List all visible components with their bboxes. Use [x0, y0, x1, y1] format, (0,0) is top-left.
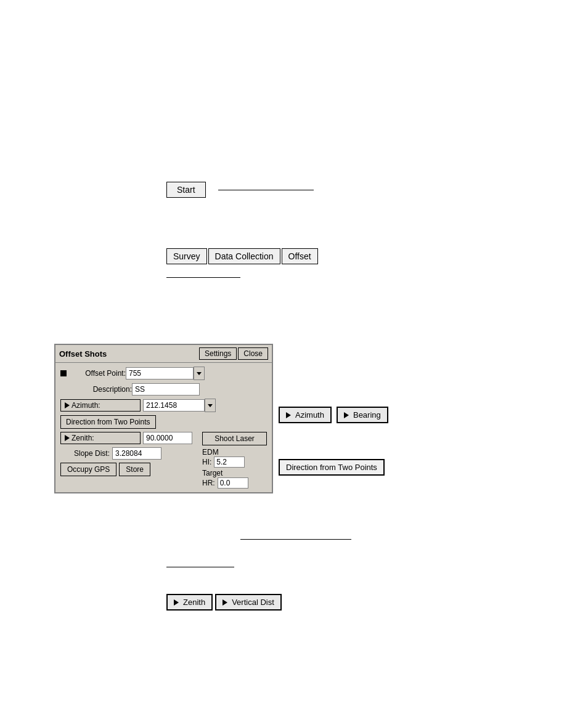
- start-area: Start: [166, 182, 314, 198]
- bearing-button[interactable]: Bearing: [337, 407, 388, 423]
- shoot-laser-button[interactable]: Shoot Laser: [202, 432, 267, 445]
- settings-button[interactable]: Settings: [199, 347, 237, 360]
- direction-from-two-points-row: Direction from Two Points: [60, 415, 267, 429]
- edm-section: EDM HI:: [202, 448, 267, 468]
- occupy-gps-button[interactable]: Occupy GPS: [60, 463, 116, 476]
- edm-label: EDM: [202, 448, 267, 456]
- offset-point-dropdown: [126, 367, 205, 380]
- zenith-bottom-label: Zenith: [183, 598, 205, 607]
- bearing-arrow-icon: [344, 412, 349, 418]
- azimuth-right-button[interactable]: Azimuth: [279, 407, 332, 423]
- direction-from-two-points-button[interactable]: Direction from Two Points: [60, 415, 156, 429]
- dialog-titlebar-buttons: Settings Close: [199, 347, 268, 360]
- description-label: Description:: [70, 385, 132, 394]
- slope-dist-input[interactable]: [112, 447, 161, 460]
- azimuth-row: Azimuth:: [60, 399, 267, 412]
- tab-area: Survey Data Collection Offset: [166, 248, 319, 264]
- hi-input[interactable]: [214, 456, 245, 468]
- zenith-section: Zenith: Slope Dist: Occupy GPS Store: [60, 432, 197, 476]
- vertical-dist-arrow-icon: [223, 599, 227, 606]
- hr-row: HR:: [202, 477, 267, 489]
- tab-survey[interactable]: Survey: [166, 248, 207, 264]
- vertical-dist-label: Vertical Dist: [232, 598, 274, 607]
- offset-point-dropdown-arrow[interactable]: [194, 367, 205, 380]
- direction-from-two-points-right-button[interactable]: Direction from Two Points: [279, 459, 385, 476]
- azimuth-right-label: Azimuth: [295, 410, 324, 420]
- vertical-dist-button[interactable]: Vertical Dist: [215, 594, 282, 611]
- description-input[interactable]: [132, 383, 200, 396]
- azimuth-arrow-icon: [65, 402, 70, 408]
- bottom-buttons-area: Zenith Vertical Dist: [166, 594, 282, 611]
- hr-input[interactable]: [218, 477, 248, 489]
- bearing-label: Bearing: [353, 410, 381, 420]
- dialog-body: Offset Point: Description: Azimuth:: [55, 363, 272, 492]
- azimuth-right-arrow-icon: [286, 412, 291, 418]
- shoot-laser-panel: Shoot Laser EDM HI: Target HR:: [202, 432, 267, 489]
- offset-point-indicator: [60, 370, 67, 376]
- close-button[interactable]: Close: [238, 347, 268, 360]
- azimuth-dropdown: [143, 399, 216, 412]
- bottom-underline-1: [240, 539, 351, 540]
- description-row: Description:: [60, 383, 267, 396]
- hi-row: HI:: [202, 456, 267, 468]
- dialog-titlebar: Offset Shots Settings Close: [55, 345, 272, 363]
- zenith-label-button[interactable]: Zenith:: [60, 432, 141, 444]
- azimuth-label-button[interactable]: Azimuth:: [60, 399, 141, 412]
- tab-underline: [166, 277, 240, 278]
- start-button[interactable]: Start: [166, 182, 206, 198]
- target-section: Target HR:: [202, 469, 267, 489]
- slope-dist-label: Slope Dist:: [60, 449, 110, 458]
- zenith-bottom-arrow-icon: [174, 599, 179, 606]
- azimuth-input[interactable]: [143, 399, 205, 412]
- offset-point-row: Offset Point:: [60, 367, 267, 380]
- dropdown-arrow-icon: [197, 372, 202, 375]
- offset-point-label: Offset Point:: [70, 369, 126, 378]
- offset-shots-dialog: Offset Shots Settings Close Offset Point…: [54, 344, 273, 493]
- hi-label: HI:: [202, 458, 211, 466]
- dialog-title: Offset Shots: [59, 349, 107, 359]
- page-content: Start Survey Data Collection Offset Offs…: [0, 0, 588, 706]
- zenith-arrow-icon: [65, 435, 70, 441]
- tab-offset[interactable]: Offset: [282, 248, 318, 264]
- azimuth-dropdown-arrow[interactable]: [205, 399, 216, 412]
- bottom-underline-2: [166, 567, 234, 567]
- start-underline: [218, 190, 314, 190]
- hr-label: HR:: [202, 479, 215, 487]
- azimuth-dropdown-arrow-icon: [208, 404, 213, 407]
- azimuth-label-text: Azimuth:: [71, 401, 100, 410]
- direction-from-two-area: Direction from Two Points: [279, 459, 385, 476]
- zenith-shoot-area: Zenith: Slope Dist: Occupy GPS Store: [60, 432, 267, 489]
- offset-point-input[interactable]: [126, 367, 194, 379]
- zenith-input[interactable]: [143, 432, 192, 444]
- tab-data-collection[interactable]: Data Collection: [208, 248, 280, 264]
- target-label: Target: [202, 469, 267, 477]
- azimuth-bearing-area: Azimuth Bearing: [279, 407, 388, 423]
- zenith-row: Zenith:: [60, 432, 197, 444]
- store-button[interactable]: Store: [119, 463, 150, 476]
- zenith-bottom-button[interactable]: Zenith: [166, 594, 213, 611]
- slope-dist-row: Slope Dist:: [60, 447, 197, 460]
- zenith-label-text: Zenith:: [71, 434, 94, 442]
- bottom-btn-row: Occupy GPS Store: [60, 463, 197, 476]
